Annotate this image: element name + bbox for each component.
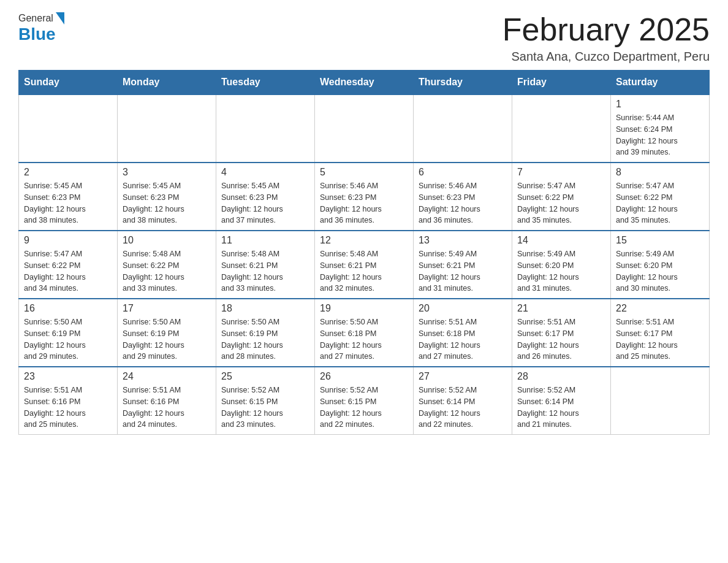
weekday-header-wednesday: Wednesday — [315, 71, 414, 95]
day-info: Sunrise: 5:52 AM Sunset: 6:14 PM Dayligh… — [419, 385, 507, 431]
day-number: 1 — [616, 99, 704, 110]
logo-general-text: General — [18, 13, 53, 24]
weekday-header-sunday: Sunday — [19, 71, 118, 95]
calendar-cell: 2Sunrise: 5:45 AM Sunset: 6:23 PM Daylig… — [19, 163, 118, 231]
day-info: Sunrise: 5:48 AM Sunset: 6:22 PM Dayligh… — [123, 248, 211, 294]
calendar-cell — [611, 367, 710, 435]
calendar-cell: 17Sunrise: 5:50 AM Sunset: 6:19 PM Dayli… — [118, 299, 216, 367]
weekday-header-friday: Friday — [512, 71, 611, 95]
calendar-cell: 15Sunrise: 5:49 AM Sunset: 6:20 PM Dayli… — [611, 231, 710, 299]
day-info: Sunrise: 5:46 AM Sunset: 6:23 PM Dayligh… — [419, 180, 507, 226]
day-number: 20 — [419, 303, 507, 314]
day-info: Sunrise: 5:48 AM Sunset: 6:21 PM Dayligh… — [221, 248, 309, 294]
day-info: Sunrise: 5:47 AM Sunset: 6:22 PM Dayligh… — [616, 180, 704, 226]
calendar-week-row: 16Sunrise: 5:50 AM Sunset: 6:19 PM Dayli… — [19, 299, 710, 367]
weekday-header-saturday: Saturday — [611, 71, 710, 95]
day-number: 4 — [221, 167, 309, 178]
calendar-cell: 7Sunrise: 5:47 AM Sunset: 6:22 PM Daylig… — [512, 163, 611, 231]
calendar-cell: 20Sunrise: 5:51 AM Sunset: 6:18 PM Dayli… — [414, 299, 512, 367]
day-number: 8 — [616, 167, 704, 178]
day-info: Sunrise: 5:50 AM Sunset: 6:18 PM Dayligh… — [320, 316, 408, 362]
weekday-header-row: SundayMondayTuesdayWednesdayThursdayFrid… — [19, 71, 710, 95]
weekday-header-monday: Monday — [118, 71, 216, 95]
day-number: 13 — [419, 235, 507, 246]
calendar-cell — [414, 94, 512, 163]
calendar-cell: 6Sunrise: 5:46 AM Sunset: 6:23 PM Daylig… — [414, 163, 512, 231]
calendar-cell: 28Sunrise: 5:52 AM Sunset: 6:14 PM Dayli… — [512, 367, 611, 435]
day-info: Sunrise: 5:44 AM Sunset: 6:24 PM Dayligh… — [616, 112, 704, 158]
day-info: Sunrise: 5:50 AM Sunset: 6:19 PM Dayligh… — [221, 316, 309, 362]
day-info: Sunrise: 5:49 AM Sunset: 6:21 PM Dayligh… — [419, 248, 507, 294]
page-header: General Blue February 2025 Santa Ana, Cu… — [18, 12, 710, 64]
day-info: Sunrise: 5:50 AM Sunset: 6:19 PM Dayligh… — [123, 316, 211, 362]
day-number: 15 — [616, 235, 704, 246]
calendar-cell: 4Sunrise: 5:45 AM Sunset: 6:23 PM Daylig… — [216, 163, 315, 231]
calendar-cell: 27Sunrise: 5:52 AM Sunset: 6:14 PM Dayli… — [414, 367, 512, 435]
calendar-cell: 1Sunrise: 5:44 AM Sunset: 6:24 PM Daylig… — [611, 94, 710, 163]
calendar-cell: 5Sunrise: 5:46 AM Sunset: 6:23 PM Daylig… — [315, 163, 414, 231]
title-area: February 2025 Santa Ana, Cuzco Departmen… — [502, 12, 710, 64]
calendar-cell: 19Sunrise: 5:50 AM Sunset: 6:18 PM Dayli… — [315, 299, 414, 367]
day-info: Sunrise: 5:45 AM Sunset: 6:23 PM Dayligh… — [123, 180, 211, 226]
calendar-cell: 8Sunrise: 5:47 AM Sunset: 6:22 PM Daylig… — [611, 163, 710, 231]
calendar-cell — [315, 94, 414, 163]
calendar-cell: 12Sunrise: 5:48 AM Sunset: 6:21 PM Dayli… — [315, 231, 414, 299]
day-info: Sunrise: 5:51 AM Sunset: 6:16 PM Dayligh… — [123, 385, 211, 431]
day-number: 23 — [24, 371, 112, 382]
day-number: 14 — [517, 235, 605, 246]
day-info: Sunrise: 5:52 AM Sunset: 6:15 PM Dayligh… — [320, 385, 408, 431]
day-number: 21 — [517, 303, 605, 314]
calendar-cell: 10Sunrise: 5:48 AM Sunset: 6:22 PM Dayli… — [118, 231, 216, 299]
day-info: Sunrise: 5:45 AM Sunset: 6:23 PM Dayligh… — [24, 180, 112, 226]
calendar-week-row: 1Sunrise: 5:44 AM Sunset: 6:24 PM Daylig… — [19, 94, 710, 163]
day-info: Sunrise: 5:49 AM Sunset: 6:20 PM Dayligh… — [616, 248, 704, 294]
day-number: 17 — [123, 303, 211, 314]
calendar-cell: 21Sunrise: 5:51 AM Sunset: 6:17 PM Dayli… — [512, 299, 611, 367]
day-info: Sunrise: 5:52 AM Sunset: 6:14 PM Dayligh… — [517, 385, 605, 431]
calendar-cell — [19, 94, 118, 163]
calendar-week-row: 2Sunrise: 5:45 AM Sunset: 6:23 PM Daylig… — [19, 163, 710, 231]
day-number: 16 — [24, 303, 112, 314]
weekday-header-thursday: Thursday — [414, 71, 512, 95]
day-number: 7 — [517, 167, 605, 178]
calendar-cell: 24Sunrise: 5:51 AM Sunset: 6:16 PM Dayli… — [118, 367, 216, 435]
location-text: Santa Ana, Cuzco Department, Peru — [502, 50, 710, 64]
logo-blue-text: Blue — [18, 25, 56, 44]
day-info: Sunrise: 5:52 AM Sunset: 6:15 PM Dayligh… — [221, 385, 309, 431]
calendar-week-row: 9Sunrise: 5:47 AM Sunset: 6:22 PM Daylig… — [19, 231, 710, 299]
day-info: Sunrise: 5:51 AM Sunset: 6:18 PM Dayligh… — [419, 316, 507, 362]
calendar-cell: 26Sunrise: 5:52 AM Sunset: 6:15 PM Dayli… — [315, 367, 414, 435]
day-info: Sunrise: 5:50 AM Sunset: 6:19 PM Dayligh… — [24, 316, 112, 362]
calendar-cell: 3Sunrise: 5:45 AM Sunset: 6:23 PM Daylig… — [118, 163, 216, 231]
day-number: 11 — [221, 235, 309, 246]
calendar-cell: 22Sunrise: 5:51 AM Sunset: 6:17 PM Dayli… — [611, 299, 710, 367]
calendar-table: SundayMondayTuesdayWednesdayThursdayFrid… — [18, 70, 710, 435]
day-number: 19 — [320, 303, 408, 314]
day-number: 26 — [320, 371, 408, 382]
day-number: 28 — [517, 371, 605, 382]
calendar-cell: 18Sunrise: 5:50 AM Sunset: 6:19 PM Dayli… — [216, 299, 315, 367]
logo: General Blue — [18, 12, 66, 44]
calendar-cell: 14Sunrise: 5:49 AM Sunset: 6:20 PM Dayli… — [512, 231, 611, 299]
day-info: Sunrise: 5:49 AM Sunset: 6:20 PM Dayligh… — [517, 248, 605, 294]
logo-triangle-icon — [56, 12, 64, 25]
day-number: 3 — [123, 167, 211, 178]
day-info: Sunrise: 5:45 AM Sunset: 6:23 PM Dayligh… — [221, 180, 309, 226]
day-number: 24 — [123, 371, 211, 382]
weekday-header-tuesday: Tuesday — [216, 71, 315, 95]
day-number: 22 — [616, 303, 704, 314]
calendar-week-row: 23Sunrise: 5:51 AM Sunset: 6:16 PM Dayli… — [19, 367, 710, 435]
day-number: 10 — [123, 235, 211, 246]
day-number: 9 — [24, 235, 112, 246]
day-number: 27 — [419, 371, 507, 382]
calendar-cell: 23Sunrise: 5:51 AM Sunset: 6:16 PM Dayli… — [19, 367, 118, 435]
day-info: Sunrise: 5:47 AM Sunset: 6:22 PM Dayligh… — [517, 180, 605, 226]
calendar-cell — [512, 94, 611, 163]
day-number: 2 — [24, 167, 112, 178]
calendar-cell: 9Sunrise: 5:47 AM Sunset: 6:22 PM Daylig… — [19, 231, 118, 299]
day-info: Sunrise: 5:46 AM Sunset: 6:23 PM Dayligh… — [320, 180, 408, 226]
calendar-cell: 16Sunrise: 5:50 AM Sunset: 6:19 PM Dayli… — [19, 299, 118, 367]
day-info: Sunrise: 5:51 AM Sunset: 6:17 PM Dayligh… — [616, 316, 704, 362]
month-title: February 2025 — [502, 12, 710, 47]
calendar-cell: 11Sunrise: 5:48 AM Sunset: 6:21 PM Dayli… — [216, 231, 315, 299]
